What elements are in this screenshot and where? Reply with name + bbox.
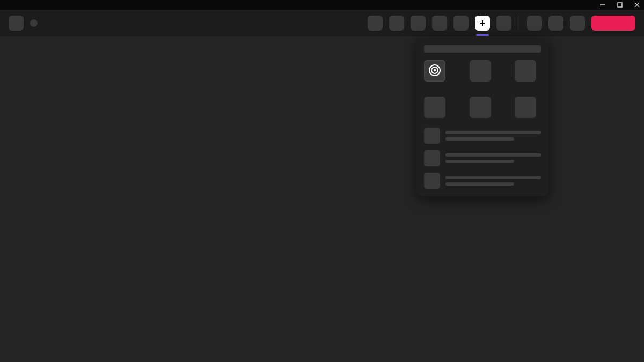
spiral-icon <box>428 64 441 78</box>
list-item-title <box>445 176 541 179</box>
list-thumb-icon <box>424 150 440 166</box>
window-titlebar <box>0 0 644 10</box>
grid-item-preset-2[interactable] <box>470 60 491 82</box>
toolbar-nav-1[interactable] <box>368 16 383 31</box>
list-item[interactable] <box>424 173 541 189</box>
add-popover <box>416 38 548 196</box>
toolbar-nav-2[interactable] <box>389 16 404 31</box>
grid-item-radial-loading[interactable] <box>424 60 445 82</box>
window-maximize-button[interactable] <box>616 1 624 9</box>
primary-cta-button[interactable] <box>591 16 635 31</box>
toolbar-nav-7[interactable] <box>496 16 511 31</box>
maximize-icon <box>617 2 623 8</box>
toolbar-add-wrap <box>475 16 490 31</box>
list-item-subtitle <box>445 160 514 163</box>
toolbar-opt-2[interactable] <box>548 16 564 31</box>
plus-icon <box>480 20 485 26</box>
list-thumb-icon <box>424 128 440 144</box>
toolbar-add-button[interactable] <box>475 16 490 31</box>
app-toolbar <box>0 10 644 36</box>
list-item-title <box>445 131 541 134</box>
popover-grid <box>424 60 541 118</box>
popover-list <box>424 128 541 189</box>
list-item-subtitle <box>445 137 514 141</box>
svg-point-6 <box>434 69 436 71</box>
editor-canvas[interactable] <box>0 36 644 362</box>
toolbar-nav-4[interactable] <box>432 16 447 31</box>
svg-rect-1 <box>618 3 622 7</box>
grid-item-preset-6[interactable] <box>515 97 536 118</box>
app-logo[interactable] <box>9 16 24 31</box>
grid-item-preset-5[interactable] <box>470 97 491 118</box>
window-minimize-button[interactable] <box>599 1 606 9</box>
grid-item-preset-4[interactable] <box>424 97 445 118</box>
list-item[interactable] <box>424 128 541 144</box>
window-close-button[interactable] <box>633 1 641 9</box>
list-thumb-icon <box>424 173 440 189</box>
active-tab-underline <box>476 34 489 36</box>
popover-title <box>424 45 541 53</box>
toolbar-opt-1[interactable] <box>527 16 542 31</box>
list-item-title <box>445 153 541 157</box>
toolbar-nav-3[interactable] <box>411 16 426 31</box>
toolbar-opt-3[interactable] <box>570 16 585 31</box>
list-item[interactable] <box>424 150 541 166</box>
toolbar-divider <box>519 16 519 30</box>
list-item-subtitle <box>445 182 514 186</box>
app-status-dot <box>30 19 38 27</box>
close-icon <box>634 2 640 8</box>
grid-item-preset-3[interactable] <box>515 60 536 82</box>
toolbar-nav-5[interactable] <box>453 16 469 31</box>
minimize-icon <box>600 2 605 8</box>
